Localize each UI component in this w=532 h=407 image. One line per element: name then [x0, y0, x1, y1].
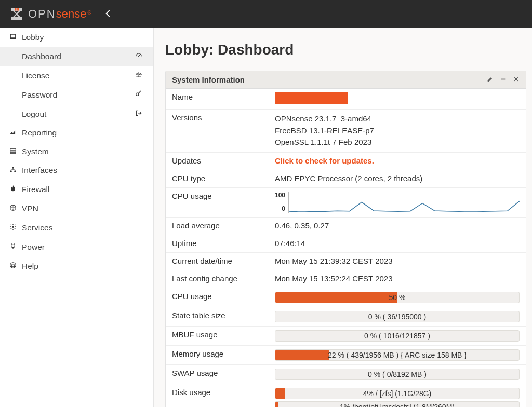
edit-icon[interactable] [487, 76, 494, 84]
sidebar-item-label: Password [22, 90, 57, 100]
loadavg-value: 0.46, 0.35, 0.27 [275, 218, 526, 235]
fire-icon [7, 184, 19, 194]
gear-icon [7, 223, 19, 233]
svg-rect-5 [10, 148, 16, 150]
key-icon [135, 90, 143, 100]
topbar: OPNsense® [0, 0, 532, 28]
sidebar-item-label: Reporting [22, 128, 57, 138]
close-icon[interactable] [513, 76, 520, 84]
svg-point-14 [12, 264, 15, 267]
plug-icon [7, 242, 19, 252]
sidebar-item-label: Help [22, 262, 38, 271]
sidebar-item-label: Firewall [22, 185, 49, 194]
logo-text: OPNsense® [28, 7, 91, 21]
widget-title: System Information [172, 75, 245, 84]
sidebar-item-system[interactable]: System [0, 142, 153, 161]
sidebar-item-label: VPN [22, 204, 38, 213]
balance-scale-icon [135, 71, 143, 80]
sidebar-item-lobby[interactable]: Lobby [0, 28, 153, 47]
cputype-label: CPU type [166, 170, 275, 187]
svg-point-3 [138, 56, 139, 57]
check-updates-link[interactable]: Click to check for updates. [275, 153, 526, 170]
swap-label: SWAP usage [166, 365, 275, 384]
disk1-bar: 4% / [zfs] (1.1G/28G) [275, 388, 520, 399]
uptime-value: 07:46:14 [275, 235, 526, 252]
svg-rect-8 [12, 167, 14, 168]
page-title: Lobby: Dashboard [165, 42, 532, 58]
svg-rect-9 [10, 170, 12, 172]
dashboard-icon [135, 51, 143, 61]
cpuusage-bar: 50 % [275, 292, 520, 303]
sidebar-item-services[interactable]: Services [0, 218, 153, 237]
sidebar-item-label: Dashboard [22, 52, 61, 61]
laptop-icon [7, 33, 19, 42]
svg-rect-10 [14, 170, 16, 172]
sidebar-item-password[interactable]: Password [0, 85, 153, 104]
disk-label: Disk usage [166, 384, 275, 408]
versions-label: Versions [166, 110, 275, 152]
globe-icon [7, 204, 19, 213]
mbuf-label: MBUF usage [166, 327, 275, 345]
mem-bar: 22 % ( 439/1956 MB ) { ARC size 158 MB } [275, 349, 520, 361]
sitemap-icon [7, 166, 19, 175]
mbuf-bar: 0 % ( 1016/121857 ) [275, 330, 520, 342]
svg-rect-7 [10, 152, 16, 153]
sidebar-item-reporting[interactable]: Reporting [0, 124, 153, 142]
cpu-usage-chart: 100 0 [275, 192, 520, 213]
sidebar: Lobby Dashboard License Password Logout [0, 28, 154, 407]
sidebar-item-vpn[interactable]: VPN [0, 199, 153, 218]
cputype-value: AMD EPYC Processor (2 cores, 2 threads) [275, 170, 526, 187]
svg-rect-1 [17, 8, 19, 11]
datetime-value: Mon May 15 21:39:32 CEST 2023 [275, 253, 526, 270]
mem-label: Memory usage [166, 346, 275, 364]
sidebar-item-label: Power [22, 242, 45, 252]
svg-point-4 [136, 93, 139, 96]
svg-rect-2 [10, 34, 15, 37]
sidebar-item-power[interactable]: Power [0, 237, 153, 256]
lastcfg-label: Last config change [166, 270, 275, 288]
system-info-widget: System Information Name Versions OPNsens… [165, 71, 526, 407]
svg-rect-0 [15, 8, 17, 11]
cpuusage-graph-label: CPU usage [166, 188, 275, 217]
sidebar-item-label: Services [22, 223, 52, 233]
logo: OPNsense® [9, 7, 91, 21]
state-label: State table size [166, 307, 275, 326]
cpuusage-bar-label: CPU usage [166, 288, 275, 307]
logout-icon [135, 109, 143, 119]
sidebar-item-license[interactable]: License [0, 66, 153, 85]
sidebar-item-label: System [22, 147, 49, 156]
sidebar-item-interfaces[interactable]: Interfaces [0, 161, 153, 180]
lastcfg-value: Mon May 15 13:52:24 CEST 2023 [275, 270, 526, 288]
name-value-redacted [275, 92, 348, 104]
disk2-bar: 1% /boot/efi [msdosfs] (1.8M/260M) [275, 401, 520, 408]
server-icon [7, 147, 19, 156]
area-chart-icon [7, 129, 19, 138]
swap-bar: 0 % ( 0/8192 MB ) [275, 369, 520, 380]
loadavg-label: Load average [166, 218, 275, 235]
widget-header: System Information [166, 71, 526, 89]
datetime-label: Current date/time [166, 253, 275, 270]
sidebar-item-firewall[interactable]: Firewall [0, 180, 153, 199]
sidebar-item-logout[interactable]: Logout [0, 104, 153, 124]
uptime-label: Uptime [166, 235, 275, 252]
sidebar-item-label: Lobby [22, 33, 44, 42]
sidebar-item-dashboard[interactable]: Dashboard [0, 47, 153, 66]
svg-point-12 [12, 226, 14, 228]
sidebar-item-label: Logout [22, 110, 46, 119]
updates-label: Updates [166, 153, 275, 170]
minimize-icon[interactable] [500, 76, 507, 84]
sidebar-item-label: Interfaces [22, 166, 57, 175]
logo-icon [9, 7, 24, 21]
versions-value: OPNsense 23.1.7_3-amd64 FreeBSD 13.1-REL… [275, 110, 526, 152]
name-label: Name [166, 89, 275, 109]
svg-rect-6 [10, 150, 16, 151]
life-ring-icon [7, 261, 19, 271]
state-bar: 0 % ( 36/195000 ) [275, 311, 520, 322]
sidebar-item-help[interactable]: Help [0, 256, 153, 276]
sidebar-toggle-icon[interactable] [104, 8, 112, 20]
sidebar-item-label: License [22, 71, 49, 80]
content: Lobby: Dashboard System Information Name… [154, 28, 532, 407]
